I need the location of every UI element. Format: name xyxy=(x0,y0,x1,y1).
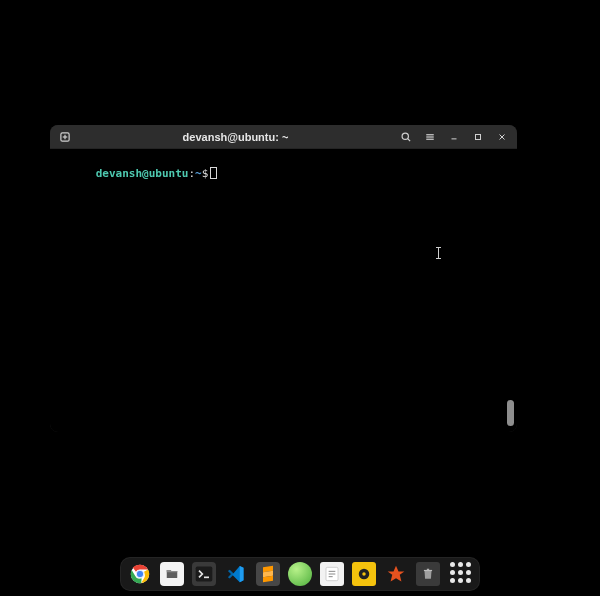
dock-rhythmbox[interactable] xyxy=(352,562,376,586)
svg-point-3 xyxy=(402,133,408,139)
vscode-icon xyxy=(226,564,246,584)
maximize-icon xyxy=(473,132,483,142)
dock-show-apps[interactable] xyxy=(448,562,472,586)
dock-text-editor[interactable] xyxy=(320,562,344,586)
files-icon xyxy=(165,567,179,581)
titlebar[interactable]: devansh@ubuntu: ~ xyxy=(50,125,517,149)
window-title: devansh@ubuntu: ~ xyxy=(76,131,395,143)
maximize-button[interactable] xyxy=(467,126,489,148)
chrome-icon xyxy=(130,564,150,584)
svg-rect-9 xyxy=(476,134,481,139)
sublime-icon xyxy=(258,564,278,584)
speaker-icon xyxy=(357,567,371,581)
search-icon xyxy=(400,131,412,143)
terminal-body[interactable]: devansh@ubuntu:~$ xyxy=(50,149,517,432)
dock-files[interactable] xyxy=(160,562,184,586)
prompt-user-host: devansh@ubuntu xyxy=(96,167,189,180)
hamburger-menu-button[interactable] xyxy=(419,126,441,148)
svg-rect-15 xyxy=(196,567,213,582)
terminal-icon xyxy=(194,564,214,584)
prompt-path: ~ xyxy=(195,167,202,180)
svg-rect-23 xyxy=(424,570,432,571)
dock-trash[interactable] xyxy=(416,562,440,586)
dock-astrill[interactable] xyxy=(384,562,408,586)
minimize-icon xyxy=(449,132,459,142)
dock-vscode[interactable] xyxy=(224,562,248,586)
dock-sublime[interactable] xyxy=(256,562,280,586)
prompt-sigil: $ xyxy=(202,167,209,180)
astrill-icon xyxy=(386,564,406,584)
new-tab-button[interactable] xyxy=(54,126,76,148)
dock xyxy=(120,557,480,591)
close-button[interactable] xyxy=(491,126,513,148)
dock-chrome[interactable] xyxy=(128,562,152,586)
close-icon xyxy=(497,132,507,142)
svg-point-22 xyxy=(362,572,366,576)
block-cursor xyxy=(210,167,217,179)
svg-rect-24 xyxy=(427,569,429,570)
dock-terminal[interactable] xyxy=(192,562,216,586)
minimize-button[interactable] xyxy=(443,126,465,148)
svg-line-4 xyxy=(408,138,410,140)
hamburger-icon xyxy=(424,131,436,143)
prompt-line: devansh@ubuntu:~$ xyxy=(56,153,511,195)
dock-app-green[interactable] xyxy=(288,562,312,586)
scrollbar[interactable] xyxy=(507,153,514,426)
terminal-window: devansh@ubuntu: ~ devansh@ubuntu:~$ xyxy=(50,125,517,432)
text-cursor-ibeam xyxy=(438,247,439,259)
trash-icon xyxy=(421,567,435,581)
scrollbar-thumb[interactable] xyxy=(507,400,514,426)
text-editor-icon xyxy=(324,566,340,582)
search-button[interactable] xyxy=(395,126,417,148)
